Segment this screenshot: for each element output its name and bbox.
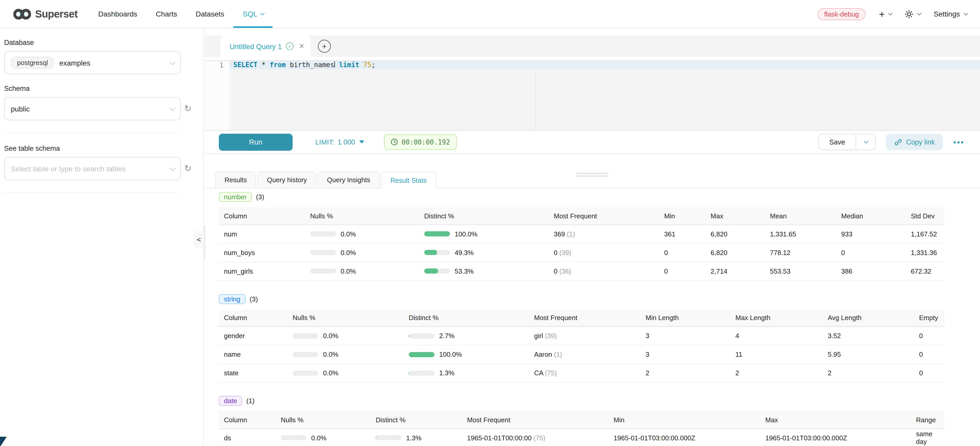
nav-item-sql[interactable]: SQL bbox=[234, 0, 273, 28]
environment-badge: flask-debug bbox=[818, 8, 865, 20]
stat-cell: 0 bbox=[660, 262, 706, 280]
stat-cell: 1,331.65 bbox=[766, 225, 837, 243]
distinct-progress-bar bbox=[424, 231, 450, 236]
distinct-progress-bar bbox=[424, 250, 450, 255]
tab-result-stats[interactable]: Result Stats bbox=[381, 171, 436, 188]
sql-token: limit bbox=[335, 61, 359, 68]
new-query-tab-button[interactable]: + bbox=[318, 40, 331, 53]
sql-token: * bbox=[258, 61, 270, 68]
stat-cell: 5.95 bbox=[824, 345, 915, 364]
app-body: Database postgresql examples Schema publ… bbox=[0, 29, 980, 446]
editor-gutter: 1 bbox=[205, 61, 230, 130]
mouse-cursor bbox=[0, 437, 7, 446]
string-section-header: string (3) bbox=[219, 294, 944, 304]
chevron-down-icon bbox=[260, 11, 265, 16]
nav-item-dashboards[interactable]: Dashboards bbox=[89, 0, 146, 28]
limit-value: 1 000 bbox=[337, 138, 355, 146]
stat-cell: 0 bbox=[915, 364, 944, 382]
column-name: num bbox=[219, 225, 306, 243]
save-options-button[interactable] bbox=[855, 134, 875, 150]
sql-lab-page: Superset Dashboards Charts Datasets SQL … bbox=[0, 0, 980, 446]
sql-editor[interactable]: 1 SELECT * from birth_names limit 75; bbox=[205, 61, 980, 131]
most-frequent-count: (1) bbox=[567, 230, 575, 238]
theme-menu[interactable] bbox=[905, 10, 920, 18]
stat-cell: 6,820 bbox=[706, 243, 766, 262]
pane-resize-handle[interactable] bbox=[576, 173, 608, 178]
type-badge-string: string bbox=[219, 294, 246, 304]
settings-menu[interactable]: Settings bbox=[934, 10, 967, 18]
table-select-placeholder: Select table or type to search tables bbox=[11, 164, 126, 173]
new-item-menu[interactable]: + bbox=[879, 9, 891, 19]
nulls-progress-bar bbox=[293, 333, 318, 338]
chevron-down-icon bbox=[170, 105, 176, 111]
query-timer: 00:00:00.192 bbox=[384, 134, 457, 150]
navbar: Superset Dashboards Charts Datasets SQL … bbox=[0, 0, 980, 29]
most-frequent-count: (75) bbox=[545, 369, 557, 377]
stat-cell: 3 bbox=[641, 345, 731, 364]
table-select[interactable]: Select table or type to search tables bbox=[4, 157, 181, 180]
chevron-down-icon bbox=[170, 165, 176, 171]
column-name: num_boys bbox=[219, 243, 306, 262]
query-tab[interactable]: Untitled Query 1 ✓ ✕ bbox=[220, 36, 311, 57]
column-name: gender bbox=[219, 327, 288, 345]
column-name: state bbox=[219, 364, 288, 382]
tab-query-history[interactable]: Query history bbox=[258, 171, 317, 188]
table-header-row: Column Nulls % Distinct % Most Frequent … bbox=[219, 411, 944, 428]
editor-toolbar: Run LIMIT: 1 000 00:00:00.192 Save bbox=[205, 131, 980, 154]
col-header: Distinct % bbox=[372, 411, 463, 428]
copy-link-button[interactable]: Copy link bbox=[886, 134, 943, 150]
distinct-progress-bar bbox=[424, 268, 450, 274]
column-name: num_girls bbox=[219, 262, 306, 280]
nav-item-charts[interactable]: Charts bbox=[146, 0, 186, 28]
stat-cell: 553.53 bbox=[766, 262, 837, 280]
table-row: ds 0.0% 1.3% 1965-01-01T00:00:00 (75) 19… bbox=[219, 428, 944, 446]
drag-handle-icon[interactable] bbox=[225, 42, 226, 50]
most-frequent-count: (39) bbox=[559, 248, 571, 256]
tab-results[interactable]: Results bbox=[215, 171, 256, 188]
table-row: state 0.0% 1.3% CA (75) 2 2 2 0 bbox=[219, 364, 944, 382]
collapse-sidebar-button[interactable]: < bbox=[194, 231, 204, 248]
database-select[interactable]: postgresql examples bbox=[4, 51, 181, 74]
nulls-progress-bar bbox=[310, 231, 336, 236]
superset-logo[interactable]: Superset bbox=[13, 0, 78, 28]
sql-lab-main: Untitled Query 1 ✓ ✕ + 1 SELECT * from b… bbox=[205, 29, 980, 446]
schema-select[interactable]: public bbox=[4, 97, 181, 120]
limit-label: LIMIT: bbox=[315, 138, 334, 146]
tab-query-insights[interactable]: Query Insights bbox=[318, 171, 380, 188]
run-button[interactable]: Run bbox=[219, 134, 293, 150]
refresh-schema-icon[interactable]: ↻ bbox=[184, 104, 192, 113]
nulls-progress-bar bbox=[293, 370, 318, 376]
col-header: Max bbox=[706, 207, 766, 225]
chevron-down-icon bbox=[888, 11, 893, 16]
limit-dropdown[interactable]: LIMIT: 1 000 bbox=[315, 138, 364, 146]
most-frequent-value: girl bbox=[534, 332, 543, 340]
col-header: Max bbox=[761, 411, 912, 428]
distinct-progress-bar bbox=[376, 435, 401, 440]
navbar-right: flask-debug + Settings bbox=[818, 0, 967, 28]
nulls-progress-bar bbox=[310, 268, 336, 274]
query-tabstrip: Untitled Query 1 ✓ ✕ + bbox=[205, 29, 980, 61]
more-options-button[interactable]: ••• bbox=[953, 138, 964, 147]
col-header: Nulls % bbox=[288, 309, 404, 327]
col-header: Range bbox=[912, 411, 944, 428]
settings-label: Settings bbox=[934, 10, 960, 18]
nulls-progress-bar bbox=[310, 250, 336, 255]
close-tab-icon[interactable]: ✕ bbox=[299, 42, 304, 50]
nulls-pct: 0.0% bbox=[323, 332, 338, 340]
col-header: Column bbox=[219, 411, 277, 428]
stat-cell: 3.52 bbox=[824, 327, 915, 345]
nav-item-datasets[interactable]: Datasets bbox=[186, 0, 234, 28]
editor-code-area[interactable]: SELECT * from birth_names limit 75; bbox=[230, 61, 980, 130]
database-value: examples bbox=[59, 59, 90, 67]
col-header: Distinct % bbox=[404, 309, 530, 327]
col-header: Distinct % bbox=[420, 207, 550, 225]
sql-token: 75 bbox=[359, 61, 371, 68]
most-frequent-value: Aaron bbox=[534, 350, 552, 358]
save-button[interactable]: Save bbox=[819, 134, 856, 150]
nulls-pct: 0.0% bbox=[340, 230, 356, 238]
stat-cell: 1965-01-01T03:00:00.000Z bbox=[761, 428, 912, 446]
plus-icon: + bbox=[879, 9, 885, 19]
refresh-tables-icon[interactable]: ↻ bbox=[184, 164, 192, 173]
results-pane: Results Query history Query Insights Res… bbox=[205, 172, 980, 446]
database-label: Database bbox=[4, 39, 199, 46]
